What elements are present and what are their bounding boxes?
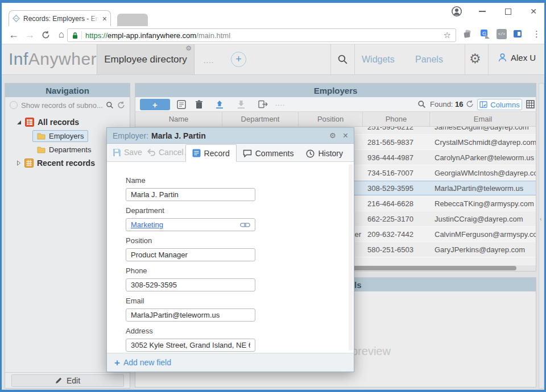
column-header-department[interactable]: Department xyxy=(222,112,299,126)
tree-refresh-icon[interactable] xyxy=(117,101,125,109)
field-label: Phone xyxy=(126,266,354,276)
record-tab-icon xyxy=(192,149,201,157)
tab-comments[interactable]: Comments xyxy=(237,145,300,162)
save-button[interactable]: Save xyxy=(113,148,142,157)
app-tab-gear-icon[interactable]: ⚙ xyxy=(185,44,192,52)
expanded-caret-icon[interactable] xyxy=(16,120,22,125)
panel-collapse-gutter[interactable]: ‹ xyxy=(539,83,544,389)
preview-placeholder-text: preview xyxy=(351,345,391,358)
dialog-title-bar[interactable]: Employer: Marla J. Partin ⚙ × xyxy=(107,128,354,144)
tree-label: Departments xyxy=(49,145,91,154)
extension-icon-1[interactable] xyxy=(462,29,474,40)
site-favicon-icon xyxy=(13,15,20,22)
translate-extension-icon[interactable]: G xyxy=(480,29,491,40)
address-input[interactable] xyxy=(126,339,255,352)
dialog-close-icon[interactable]: × xyxy=(343,131,348,141)
name-input[interactable] xyxy=(126,188,255,201)
save-button-label: Save xyxy=(124,148,142,157)
tab-close-icon[interactable]: × xyxy=(102,15,107,23)
selected-tree-node[interactable]: Employers xyxy=(32,130,88,142)
more-app-tabs[interactable]: .... xyxy=(204,56,214,65)
cell-phone: 936-444-4987 xyxy=(363,153,430,162)
grid-more-actions[interactable]: .... xyxy=(275,99,285,107)
widgets-link[interactable]: Widgets xyxy=(362,55,395,65)
all-records-icon xyxy=(25,118,34,127)
department-link[interactable]: Marketing xyxy=(131,220,163,229)
app-tab-employee-directory[interactable]: Employee directory ⚙ xyxy=(97,44,195,74)
dialog-title-prefix: Employer: xyxy=(113,131,148,140)
settings-gear-icon[interactable]: ⚙ xyxy=(469,51,481,66)
dialog-title-name: Marla J. Partin xyxy=(151,131,206,140)
reload-button[interactable] xyxy=(38,27,53,42)
employers-panel-header[interactable]: Employers xyxy=(135,84,536,97)
column-header-name[interactable]: Name xyxy=(135,112,222,126)
email-input[interactable] xyxy=(126,308,255,322)
field-label: Department xyxy=(126,206,354,215)
bookmark-star-icon[interactable]: ☆ xyxy=(444,30,451,40)
add-record-button[interactable]: + xyxy=(140,99,170,110)
dialog-scrollbar[interactable] xyxy=(349,164,353,351)
grid-toolbar: + .... xyxy=(135,97,536,112)
code-extension-icon[interactable]: </> xyxy=(497,29,508,40)
subnode-toggle[interactable] xyxy=(10,101,18,109)
column-header-position[interactable]: Position xyxy=(299,112,363,126)
browser-profile-icon[interactable] xyxy=(447,3,466,20)
browser-tab-title: Records: Employers - Em xyxy=(23,15,99,23)
panels-link[interactable]: Panels xyxy=(415,55,443,65)
grid-view-icon[interactable] xyxy=(526,100,535,109)
cell-phone: 734-516-7007 xyxy=(363,169,430,177)
tree-search-icon[interactable] xyxy=(106,101,114,109)
delete-record-icon[interactable] xyxy=(195,100,203,109)
employer-record-dialog: Employer: Marla J. Partin ⚙ × Save C xyxy=(106,127,354,372)
edit-navigation-button[interactable]: Edit xyxy=(11,374,124,387)
window-maximize-button[interactable] xyxy=(498,3,518,20)
field-email: Email xyxy=(126,297,354,322)
background-tab-stub[interactable] xyxy=(117,14,148,26)
blue-extension-icon[interactable] xyxy=(513,29,524,40)
column-header-phone[interactable]: Phone xyxy=(363,112,430,126)
link-chain-icon[interactable] xyxy=(240,222,250,228)
global-search-icon[interactable] xyxy=(337,54,348,65)
add-new-field-link[interactable]: Add new field xyxy=(123,358,171,367)
department-input[interactable]: Marketing xyxy=(126,218,255,231)
collapsed-caret-icon[interactable] xyxy=(16,160,21,166)
phone-input[interactable] xyxy=(126,278,255,291)
position-input[interactable] xyxy=(126,248,255,261)
field-label: Address xyxy=(126,327,354,336)
cell-email: JamesEOlguin@dayrep.com xyxy=(430,127,536,131)
export-icon[interactable] xyxy=(258,100,268,109)
navigation-panel-header[interactable]: Navigation xyxy=(5,84,130,97)
column-header-email[interactable]: Email xyxy=(430,112,536,126)
tab-history[interactable]: History xyxy=(300,145,349,162)
columns-button[interactable]: Columns xyxy=(477,99,522,110)
browser-tab[interactable]: Records: Employers - Em × xyxy=(9,10,111,26)
grid-search-icon[interactable] xyxy=(417,100,426,109)
import-upload-icon[interactable] xyxy=(216,100,224,109)
logo-prefix: Inf xyxy=(9,49,28,68)
download-icon-disabled[interactable] xyxy=(237,100,245,109)
cell-phone: 251-595-6212 xyxy=(363,127,430,131)
add-field-plus-icon[interactable]: + xyxy=(114,358,120,368)
subnode-toggle-label: Show records of subno... xyxy=(21,101,102,110)
add-app-tab-button[interactable]: + xyxy=(231,52,246,67)
tab-record[interactable]: Record xyxy=(185,144,237,162)
found-value: 16 xyxy=(455,100,463,109)
window-minimize-button[interactable] xyxy=(473,3,492,20)
open-form-icon[interactable] xyxy=(177,100,186,109)
url-scheme: https:// xyxy=(85,31,107,40)
folder-icon xyxy=(37,132,46,140)
browser-menu-icon[interactable]: ⋮ xyxy=(532,29,541,39)
back-button[interactable]: ← xyxy=(6,27,21,42)
grid-refresh-icon[interactable] xyxy=(466,100,474,108)
url-bar[interactable]: https://empl-app.infanywhere.com/main.ht… xyxy=(67,28,456,42)
sidebar-footer: Edit xyxy=(5,372,130,388)
window-border-bottom xyxy=(0,390,546,392)
field-name: Name xyxy=(126,176,354,201)
window-close-button[interactable]: × xyxy=(524,3,543,20)
forward-button[interactable]: → xyxy=(22,27,37,42)
cancel-button[interactable]: Cancel xyxy=(147,148,184,157)
dialog-settings-gear-icon[interactable]: ⚙ xyxy=(329,131,336,140)
user-menu[interactable]: Alex U xyxy=(498,53,536,62)
columns-icon xyxy=(479,101,487,108)
floppy-save-icon xyxy=(113,148,121,157)
